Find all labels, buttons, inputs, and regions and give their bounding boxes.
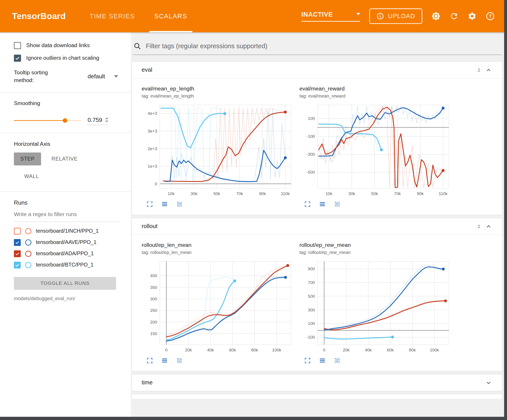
tab-time-series[interactable]: TIME SERIES <box>80 0 145 32</box>
eval-charts-row: eval/mean_ep_length tag: eval/mean_ep_le… <box>132 78 502 215</box>
sidebar-divider <box>0 191 131 191</box>
svg-text:400: 400 <box>150 273 157 278</box>
stepper-down-icon[interactable] <box>105 121 108 123</box>
toggle-all-runs-button[interactable]: TOGGLE ALL RUNS <box>14 277 116 289</box>
svg-text:0: 0 <box>165 348 168 352</box>
svg-text:3e+3: 3e+3 <box>148 129 157 133</box>
brightness-icon[interactable] <box>431 12 440 21</box>
refresh-icon[interactable] <box>450 12 458 21</box>
main-content: eval 2 eval/mean_ep_length tag: eval/mea… <box>132 32 507 420</box>
tag-filter-input[interactable] <box>145 42 500 50</box>
run-row-btc[interactable]: tensorboard/BTC/PPO_1 <box>14 262 120 269</box>
svg-text:-100: -100 <box>307 335 315 339</box>
smoothing-value-input[interactable] <box>87 116 105 124</box>
fit-to-data-button[interactable] <box>334 201 341 208</box>
tooltip-sorting-row: Tooltip sorting method: default <box>14 69 120 84</box>
show-download-links-checkbox[interactable] <box>14 42 21 49</box>
chevron-down-icon[interactable] <box>485 379 492 387</box>
data-table-button[interactable] <box>319 201 326 208</box>
run-checkbox[interactable] <box>14 262 21 269</box>
upload-button[interactable]: UPLOAD <box>369 8 422 24</box>
svg-text:4e+3: 4e+3 <box>148 111 157 116</box>
chevron-up-icon[interactable] <box>485 222 492 230</box>
chart-widget-eval-mean-reward: eval/mean_reward tag: eval/mean_reward 1… <box>299 86 452 208</box>
data-table-button[interactable] <box>161 357 168 364</box>
tab-scalars[interactable]: SCALARS <box>145 0 197 32</box>
axis-step-button[interactable]: STEP <box>14 152 41 165</box>
screenshot-root: TensorBoard TIME SERIES SCALARS INACTIVE… <box>0 0 507 420</box>
run-checkbox[interactable] <box>14 239 21 246</box>
data-table-button[interactable] <box>161 201 168 208</box>
svg-text:50k: 50k <box>213 191 220 196</box>
chevron-up-icon[interactable] <box>485 66 492 74</box>
chart-toolbar <box>142 357 294 364</box>
section-count-badge: 2 <box>478 68 480 73</box>
axis-relative-button[interactable]: RELATIVE <box>45 152 84 165</box>
svg-text:1e+3: 1e+3 <box>148 164 157 169</box>
expand-chart-button[interactable] <box>146 201 153 208</box>
stepper-up-icon[interactable] <box>105 117 108 119</box>
check-icon <box>15 262 20 267</box>
fit-to-data-button[interactable] <box>334 357 341 364</box>
svg-text:2e+3: 2e+3 <box>148 146 157 151</box>
search-icon <box>134 42 141 50</box>
chart-toolbar <box>299 201 452 208</box>
section-header-time[interactable]: time <box>132 374 502 391</box>
run-row-aave[interactable]: tensorboard/AAVE/PPO_1 <box>14 239 120 246</box>
status-dropdown[interactable]: INACTIVE <box>301 11 360 22</box>
section-header-eval[interactable]: eval 2 <box>132 62 502 78</box>
chart-title: eval/mean_reward <box>299 86 452 92</box>
line-chart[interactable]: 10k30k50k70k90k110k100-100-300-500 <box>299 102 452 200</box>
ignore-outliers-label: Ignore outliers in chart scaling <box>26 55 99 61</box>
chart-toolbar <box>299 357 452 364</box>
svg-text:350: 350 <box>150 285 157 290</box>
smoothing-slider-thumb[interactable] <box>63 118 67 123</box>
line-chart[interactable]: 020k40k60k80k100k-100100300500700900 <box>299 258 452 356</box>
run-checkbox[interactable] <box>14 227 21 234</box>
data-table-button[interactable] <box>319 357 326 364</box>
line-chart[interactable]: 020k40k60k80k100k150200250300350400 <box>142 258 294 356</box>
svg-text:900: 900 <box>308 267 315 271</box>
vertical-scrollbar[interactable] <box>504 0 507 420</box>
tooltip-sorting-dropdown[interactable]: default <box>88 73 120 80</box>
svg-text:70k: 70k <box>394 191 401 196</box>
chevron-down-icon <box>356 13 360 15</box>
horizontal-axis-label: Horizontal Axis <box>14 141 120 147</box>
svg-text:110k: 110k <box>439 191 448 196</box>
run-row-1inch[interactable]: tensorboard/1INCH/PPO_1 <box>14 227 120 234</box>
check-icon <box>15 240 20 245</box>
fit-to-data-button[interactable] <box>176 201 183 208</box>
svg-text:20k: 20k <box>185 348 192 352</box>
settings-sidebar: Show data download links Ignore outliers… <box>0 32 131 420</box>
section-header-rollout[interactable]: rollout 2 <box>132 218 502 235</box>
section-card-eval: eval 2 eval/mean_ep_length tag: eval/mea… <box>132 62 502 215</box>
svg-text:70k: 70k <box>236 191 243 196</box>
expand-chart-button[interactable] <box>304 357 311 364</box>
svg-text:0: 0 <box>323 348 325 352</box>
runs-filter-input[interactable] <box>14 207 120 222</box>
axis-wall-button[interactable]: WALL <box>18 170 45 183</box>
app-header: TensorBoard TIME SERIES SCALARS INACTIVE… <box>0 0 507 32</box>
section-title: eval <box>142 67 152 73</box>
settings-gear-icon[interactable] <box>468 12 477 21</box>
svg-text:60k: 60k <box>229 348 236 352</box>
help-icon[interactable]: ? <box>486 12 495 21</box>
run-row-ada[interactable]: tensorboard/ADA/PPO_1 <box>14 250 120 257</box>
horizontal-scrollbar[interactable] <box>0 417 507 420</box>
smoothing-stepper[interactable] <box>105 117 108 122</box>
expand-chart-button[interactable] <box>304 201 311 208</box>
expand-chart-button[interactable] <box>146 357 153 364</box>
horizontal-axis-buttons: STEP RELATIVE WALL <box>14 152 101 183</box>
ignore-outliers-checkbox[interactable] <box>14 55 21 62</box>
run-checkbox[interactable] <box>14 250 21 257</box>
run-color-circle <box>25 228 31 234</box>
run-label: tensorboard/ADA/PPO_1 <box>36 251 94 256</box>
svg-text:100: 100 <box>308 321 315 326</box>
app-logo[interactable]: TensorBoard <box>12 11 65 21</box>
fit-to-data-button[interactable] <box>176 357 183 364</box>
svg-text:50k: 50k <box>371 191 378 196</box>
smoothing-slider[interactable] <box>14 120 81 121</box>
svg-text:40k: 40k <box>207 348 214 352</box>
status-dropdown-value: INACTIVE <box>301 11 333 18</box>
line-chart[interactable]: 10k30k50k70k90k110k01e+32e+33e+34e+3 <box>142 102 294 200</box>
